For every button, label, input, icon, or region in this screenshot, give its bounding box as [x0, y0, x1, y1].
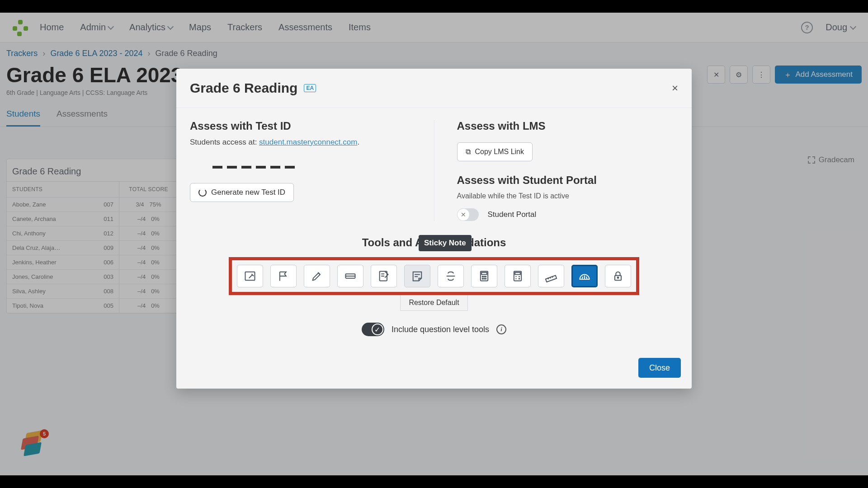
include-label: Include question level tools [392, 325, 489, 334]
assess-lms-heading: Assess with LMS [457, 120, 679, 132]
tool-line-reader[interactable] [337, 265, 363, 287]
close-button[interactable]: Close [638, 358, 681, 378]
tool-sticky-note[interactable] [404, 265, 430, 287]
tool-lock[interactable] [605, 265, 631, 287]
svg-line-23 [548, 278, 548, 280]
assess-test-id-heading: Assess with Test ID [190, 120, 411, 132]
refresh-icon [198, 188, 207, 197]
tool-strikethrough[interactable] [438, 265, 464, 287]
sticky-note-tooltip: Sticky Note [419, 235, 472, 251]
tool-highlighter[interactable] [304, 265, 330, 287]
svg-rect-7 [481, 272, 487, 275]
svg-point-11 [482, 278, 483, 279]
tool-ruler[interactable] [538, 265, 564, 287]
copy-lms-link-button[interactable]: ⧉ Copy LMS Link [457, 142, 533, 161]
assess-portal-sub: Available while the Test ID is active [457, 192, 679, 200]
restore-default-button[interactable]: Restore Default [400, 295, 467, 311]
svg-point-30 [618, 277, 619, 278]
tools-heading: Tools and Accommodations Sticky Note [176, 236, 692, 249]
svg-point-13 [486, 278, 486, 279]
student-access-link[interactable]: student.masteryconnect.com [259, 138, 357, 146]
svg-rect-22 [546, 276, 557, 282]
svg-point-8 [482, 276, 483, 277]
svg-line-25 [552, 276, 552, 278]
tools-highlight-box [229, 257, 639, 295]
test-id-placeholder [190, 166, 411, 169]
ea-badge: EA [304, 84, 316, 92]
svg-point-10 [486, 276, 486, 277]
tool-basic-calculator[interactable] [505, 265, 531, 287]
check-icon: ✓ [372, 324, 383, 335]
assess-portal-heading: Assess with Student Portal [457, 174, 679, 187]
tool-flag[interactable] [270, 265, 297, 287]
svg-point-12 [484, 278, 485, 279]
svg-rect-15 [515, 272, 520, 275]
svg-line-24 [550, 277, 551, 279]
modal-title: Grade 6 Reading [190, 80, 297, 96]
generate-test-id-button[interactable]: Generate new Test ID [190, 183, 294, 202]
tool-protractor[interactable] [571, 265, 598, 287]
copy-icon: ⧉ [466, 148, 471, 156]
student-portal-toggle[interactable]: ✕ Student Portal [457, 208, 679, 221]
assessment-settings-modal: Grade 6 Reading EA × Assess with Test ID… [176, 69, 692, 389]
svg-point-9 [484, 276, 485, 277]
tool-scientific-calculator[interactable] [471, 265, 497, 287]
info-icon[interactable]: i [496, 324, 506, 334]
tool-answer-masking[interactable] [237, 265, 263, 287]
tool-notepad[interactable] [371, 265, 397, 287]
close-icon[interactable]: × [672, 82, 678, 94]
include-question-tools-toggle[interactable]: ✓ [362, 323, 384, 336]
assess-test-id-text: Students access at: student.masteryconne… [190, 138, 411, 147]
